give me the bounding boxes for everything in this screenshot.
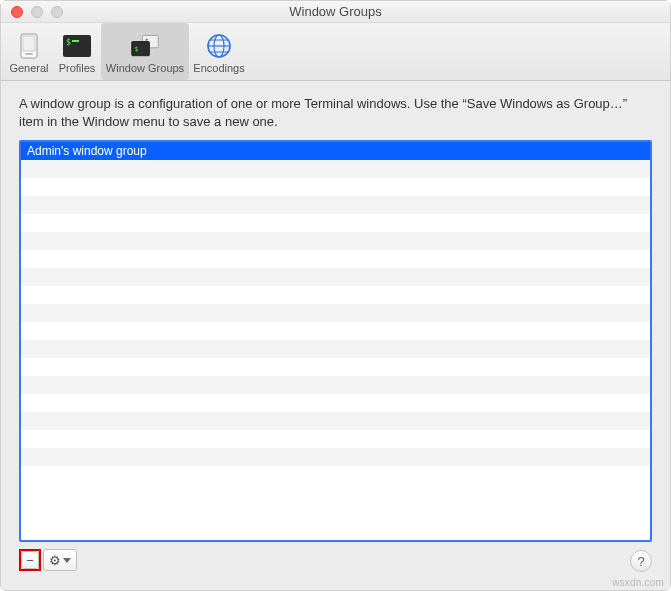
help-button[interactable]: ? — [630, 550, 652, 572]
tab-label: Profiles — [59, 62, 96, 74]
chevron-down-icon — [63, 558, 71, 563]
tab-label: Encodings — [193, 62, 244, 74]
zoom-window-button[interactable] — [51, 6, 63, 18]
tab-window-groups[interactable]: $ $ Window Groups — [101, 23, 189, 80]
list-item[interactable] — [21, 466, 650, 484]
general-icon — [14, 32, 44, 60]
remove-button-highlight: − — [19, 549, 41, 571]
list-item[interactable] — [21, 304, 650, 322]
list-item[interactable] — [21, 394, 650, 412]
tab-label: Window Groups — [106, 62, 184, 74]
list-item[interactable] — [21, 340, 650, 358]
list-item[interactable] — [21, 250, 650, 268]
window-groups-list[interactable]: Admin's window group — [19, 140, 652, 542]
list-item[interactable] — [21, 160, 650, 178]
titlebar: Window Groups — [1, 1, 670, 23]
list-item[interactable] — [21, 196, 650, 214]
window-groups-icon: $ $ — [130, 32, 160, 60]
profiles-icon: $ — [62, 32, 92, 60]
svg-rect-1 — [25, 53, 33, 55]
list-item-label: Admin's window group — [27, 144, 147, 158]
description-text: A window group is a configuration of one… — [19, 95, 652, 130]
list-item[interactable] — [21, 268, 650, 286]
help-icon: ? — [637, 554, 644, 569]
list-item[interactable] — [21, 214, 650, 232]
remove-button[interactable]: − — [21, 551, 39, 569]
actions-menu-button[interactable]: ⚙ — [43, 549, 77, 571]
list-item[interactable] — [21, 178, 650, 196]
tab-label: General — [9, 62, 48, 74]
list-item[interactable] — [21, 448, 650, 466]
list-footer: − ⚙ — [19, 548, 652, 572]
tab-general[interactable]: General — [5, 23, 53, 80]
list-item[interactable] — [21, 412, 650, 430]
gear-icon: ⚙ — [49, 553, 61, 568]
window-title: Window Groups — [289, 4, 381, 19]
list-item[interactable]: Admin's window group — [21, 142, 650, 160]
traffic-lights — [11, 6, 63, 18]
svg-text:$: $ — [66, 38, 71, 47]
list-item[interactable] — [21, 322, 650, 340]
watermark: wsxdn.com — [612, 577, 664, 588]
tab-encodings[interactable]: Encodings — [189, 23, 249, 80]
svg-rect-2 — [23, 36, 35, 51]
list-item[interactable] — [21, 430, 650, 448]
minimize-window-button[interactable] — [31, 6, 43, 18]
list-item[interactable] — [21, 358, 650, 376]
minus-icon: − — [26, 553, 34, 568]
content-area: A window group is a configuration of one… — [1, 81, 670, 590]
svg-rect-5 — [72, 40, 79, 42]
list-item[interactable] — [21, 286, 650, 304]
tab-profiles[interactable]: $ Profiles — [53, 23, 101, 80]
preferences-toolbar: General $ Profiles $ $ Windo — [1, 23, 670, 81]
close-window-button[interactable] — [11, 6, 23, 18]
list-scroll[interactable]: Admin's window group — [21, 142, 650, 540]
preferences-window: Window Groups General $ Profiles — [0, 0, 671, 591]
list-item[interactable] — [21, 376, 650, 394]
encodings-icon — [204, 32, 234, 60]
list-item[interactable] — [21, 232, 650, 250]
svg-text:$: $ — [134, 45, 138, 52]
